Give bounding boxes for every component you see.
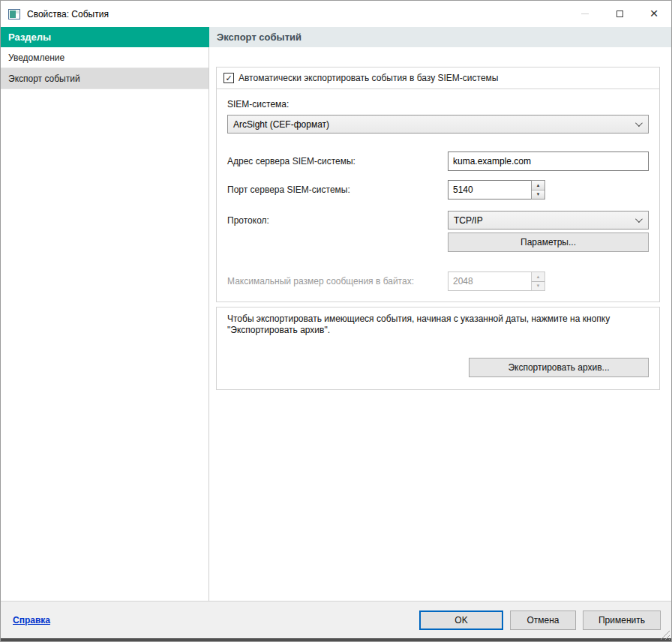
server-port-label: Порт сервера SIEM-системы: [227, 184, 350, 195]
sidebar-header: Разделы [1, 27, 209, 47]
export-events-panel: ✓ Автоматически экспортировать события в… [209, 47, 671, 601]
ok-button[interactable]: OK [419, 610, 503, 630]
help-link[interactable]: Справка [13, 615, 50, 626]
window-controls: × [568, 1, 671, 27]
archive-export-description: Чтобы экспортировать имеющиеся события, … [227, 314, 649, 336]
archive-export-group: Чтобы экспортировать имеющиеся события, … [216, 307, 660, 390]
chevron-down-icon [635, 215, 643, 223]
title-bar: Свойства: События × [1, 1, 671, 27]
cancel-button[interactable]: Отмена [510, 610, 576, 630]
parameters-button[interactable]: Параметры... [448, 232, 649, 252]
server-port-row: Порт сервера SIEM-системы: ▲ ▼ [227, 180, 649, 200]
auto-export-group: ✓ Автоматически экспортировать события в… [216, 67, 660, 89]
protocol-value: TCP/IP [454, 215, 635, 226]
max-message-size-stepper: ▲ ▼ [448, 272, 545, 291]
minimize-icon [581, 14, 589, 14]
server-port-input[interactable] [448, 180, 531, 200]
parameters-row: Параметры... [227, 232, 649, 252]
sidebar-item-label: Уведомление [8, 52, 64, 63]
sidebar-item-label: Экспорт событий [8, 74, 80, 84]
protocol-row: Протокол: TCP/IP [227, 211, 649, 230]
server-port-stepper: ▲ ▼ [448, 180, 545, 200]
page-title: Экспорт событий [209, 27, 671, 47]
spin-up-button: ▲ [532, 272, 544, 282]
server-address-label: Адрес сервера SIEM-системы: [227, 156, 356, 166]
dialog-body: Уведомление Экспорт событий ✓ Автоматиче… [1, 47, 671, 601]
auto-export-label: Автоматически экспортировать события в б… [238, 73, 498, 83]
window-bottom-edge [1, 638, 671, 642]
sidebar-item-export-events[interactable]: Экспорт событий [1, 68, 208, 89]
max-message-size-row: Максимальный размер сообщения в байтах: … [227, 272, 649, 291]
window-title: Свойства: События [27, 9, 109, 20]
siem-system-value: ArcSight (CEF-формат) [233, 119, 635, 130]
chevron-down-icon [635, 119, 643, 127]
protocol-select[interactable]: TCP/IP [448, 211, 649, 230]
protocol-label: Протокол: [227, 215, 269, 226]
spin-down-button[interactable]: ▼ [532, 190, 544, 200]
sections-list: Уведомление Экспорт событий [1, 47, 209, 601]
minimize-button[interactable] [568, 1, 602, 27]
spin-down-button: ▼ [532, 282, 544, 291]
apply-button[interactable]: Применить [583, 610, 661, 630]
checkmark-icon: ✓ [225, 74, 232, 82]
server-address-row: Адрес сервера SIEM-системы: [227, 152, 649, 171]
export-archive-button[interactable]: Экспортировать архив... [469, 358, 649, 377]
siem-system-select[interactable]: ArcSight (CEF-формат) [227, 115, 649, 134]
properties-dialog: Свойства: События × Разделы Экспорт собы… [0, 0, 672, 642]
max-message-size-label: Максимальный размер сообщения в байтах: [227, 276, 414, 286]
spinner-buttons: ▲ ▼ [531, 272, 545, 291]
close-button[interactable]: × [637, 1, 671, 27]
sidebar-item-notification[interactable]: Уведомление [1, 47, 208, 68]
dialog-footer: Справка OK Отмена Применить [1, 601, 671, 638]
siem-system-label: SIEM-система: [227, 99, 649, 110]
maximize-icon [616, 10, 623, 17]
header-row: Разделы Экспорт событий [1, 27, 671, 47]
auto-export-checkbox[interactable]: ✓ [224, 73, 234, 83]
maximize-button[interactable] [602, 1, 637, 27]
app-icon [8, 9, 20, 20]
spinner-buttons: ▲ ▼ [531, 180, 545, 200]
siem-settings-group: SIEM-система: ArcSight (CEF-формат) Адре… [216, 88, 660, 302]
spin-up-button[interactable]: ▲ [532, 181, 544, 190]
max-message-size-input [448, 272, 531, 291]
server-address-input[interactable] [448, 152, 649, 171]
